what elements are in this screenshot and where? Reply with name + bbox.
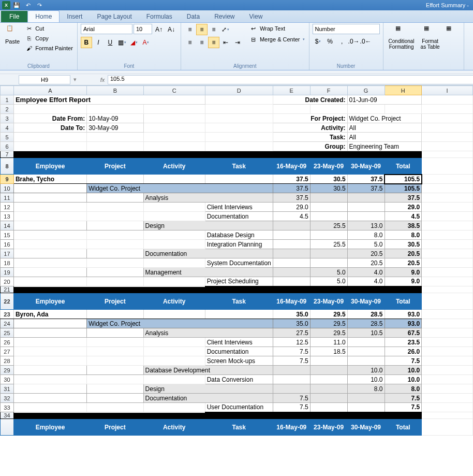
cut-button[interactable]: ✂Cut [24, 24, 74, 33]
hdr-total[interactable]: Total [385, 158, 422, 175]
hdr-d3[interactable]: 30-May-09 [347, 158, 385, 175]
date-from-value[interactable]: 10-May-09 [87, 114, 143, 123]
for-project-value[interactable]: Widget Co. Project [347, 114, 422, 123]
row-35[interactable] [1, 419, 14, 436]
row-10[interactable]: 10 [1, 184, 14, 193]
hdr-d2[interactable]: 23-May-09 [310, 158, 347, 175]
row-14[interactable]: 14 [1, 221, 14, 230]
row-29[interactable]: 29 [1, 366, 14, 375]
col-F[interactable]: F [310, 86, 347, 95]
row-17[interactable]: 17 [1, 249, 14, 258]
italic-button[interactable]: I [93, 37, 104, 48]
file-tab[interactable]: File [1, 11, 27, 22]
row-5[interactable]: 5 [1, 133, 14, 142]
increase-font-button[interactable]: A↑ [153, 24, 165, 35]
row-30[interactable]: 30 [1, 375, 14, 384]
percent-button[interactable]: % [324, 36, 336, 47]
task-label[interactable]: Task: [273, 133, 347, 142]
row-9[interactable]: 9 [1, 175, 14, 184]
font-name-combo[interactable]: Arial [81, 24, 132, 34]
increase-indent-button[interactable]: ⇥ [232, 37, 243, 48]
accounting-button[interactable]: $ [313, 36, 324, 47]
row-3[interactable]: 3 [1, 114, 14, 123]
align-right-button[interactable]: ≡ [208, 37, 219, 48]
font-size-combo[interactable]: 10 [134, 24, 152, 34]
activity-label[interactable]: Activity: [273, 123, 347, 133]
row-33[interactable]: 33 [1, 403, 14, 412]
cell-styles-button[interactable]: ▦ [444, 24, 461, 38]
tab-insert[interactable]: Insert [60, 11, 90, 22]
tab-view[interactable]: View [242, 11, 270, 22]
emp1-d3[interactable]: 37.5 [347, 175, 385, 184]
col-G[interactable]: G [347, 86, 385, 95]
row-1[interactable]: 1 [1, 95, 14, 105]
row-28[interactable]: 28 [1, 356, 14, 366]
col-C[interactable]: C [143, 86, 205, 95]
row-6[interactable]: 6 [1, 142, 14, 151]
hdr-d1[interactable]: 16-May-09 [273, 158, 310, 175]
row-34[interactable]: 34 [1, 412, 14, 419]
row-26[interactable]: 26 [1, 338, 14, 347]
row-25[interactable]: 25 [1, 328, 14, 338]
align-top-button[interactable]: ≡ [184, 24, 196, 35]
redo-button[interactable]: ↷ [34, 1, 45, 10]
row-8[interactable]: 8 [1, 158, 14, 175]
row-15[interactable]: 15 [1, 230, 14, 240]
emp1-total[interactable]: 105.5 [385, 175, 422, 184]
row-24[interactable]: 24 [1, 319, 14, 328]
date-from-label[interactable]: Date From: [13, 114, 86, 123]
undo-button[interactable]: ↶ [23, 1, 33, 10]
save-button[interactable]: 💾 [11, 1, 22, 10]
emp2-name[interactable]: Byron, Ada [13, 310, 86, 319]
row-31[interactable]: 31 [1, 384, 14, 394]
for-project-label[interactable]: For Project: [273, 114, 347, 123]
task-value[interactable]: All [347, 133, 422, 142]
row-2[interactable]: 2 [1, 105, 14, 114]
row-11[interactable]: 11 [1, 193, 14, 203]
col-D[interactable]: D [205, 86, 273, 95]
conditional-formatting-button[interactable]: ▦ ConditionalFormatting [387, 24, 417, 51]
underline-button[interactable]: U [105, 37, 116, 48]
report-title[interactable]: Employee Effort Report [13, 95, 205, 105]
row-20[interactable]: 20 [1, 277, 14, 286]
date-created-value[interactable]: 01-Jun-09 [347, 95, 422, 105]
activity-value[interactable]: All [347, 123, 422, 133]
fx-icon[interactable]: fx [97, 77, 108, 83]
orientation-button[interactable]: ⤢ [220, 24, 231, 35]
row-12[interactable]: 12 [1, 203, 14, 212]
comma-button[interactable]: , [336, 36, 348, 47]
format-painter-button[interactable]: 🖌Format Painter [24, 44, 74, 53]
align-left-button[interactable]: ≡ [184, 37, 196, 48]
align-middle-button[interactable]: ≡ [196, 24, 208, 35]
date-to-value[interactable]: 30-May-09 [87, 123, 143, 133]
align-center-button[interactable]: ≡ [196, 37, 208, 48]
paste-button[interactable]: 📋 Paste [3, 24, 22, 46]
name-box[interactable]: H9 [19, 75, 70, 84]
emp1-d2[interactable]: 30.5 [310, 175, 347, 184]
date-to-label[interactable]: Date To: [13, 123, 86, 133]
font-color-button[interactable]: A [140, 37, 152, 48]
emp1-d1[interactable]: 37.5 [273, 175, 310, 184]
tab-data[interactable]: Data [180, 11, 207, 22]
borders-button[interactable]: ▦ [116, 37, 128, 48]
date-created-label[interactable]: Date Created: [273, 95, 347, 105]
formula-input[interactable]: 105.5 [108, 75, 473, 84]
decrease-decimal-button[interactable]: .0← [360, 36, 372, 47]
decrease-indent-button[interactable]: ⇤ [220, 37, 231, 48]
row-4[interactable]: 4 [1, 123, 14, 133]
fill-color-button[interactable]: ◢ [128, 37, 140, 48]
decrease-font-button[interactable]: A↓ [166, 24, 177, 35]
tab-page-layout[interactable]: Page Layout [90, 11, 139, 22]
row-22[interactable]: 22 [1, 293, 14, 310]
increase-decimal-button[interactable]: .0→ [348, 36, 360, 47]
select-all-corner[interactable] [1, 86, 14, 95]
group-value[interactable]: Engineering Team [347, 142, 422, 151]
row-7[interactable]: 7 [1, 151, 14, 158]
col-E[interactable]: E [273, 86, 310, 95]
emp1-proj[interactable]: Widget Co. Project [87, 184, 273, 193]
tab-review[interactable]: Review [207, 11, 242, 22]
group-label[interactable]: Group: [273, 142, 347, 151]
hdr-activity[interactable]: Activity [143, 158, 205, 175]
col-H[interactable]: H [385, 86, 422, 95]
hdr-task[interactable]: Task [205, 158, 273, 175]
